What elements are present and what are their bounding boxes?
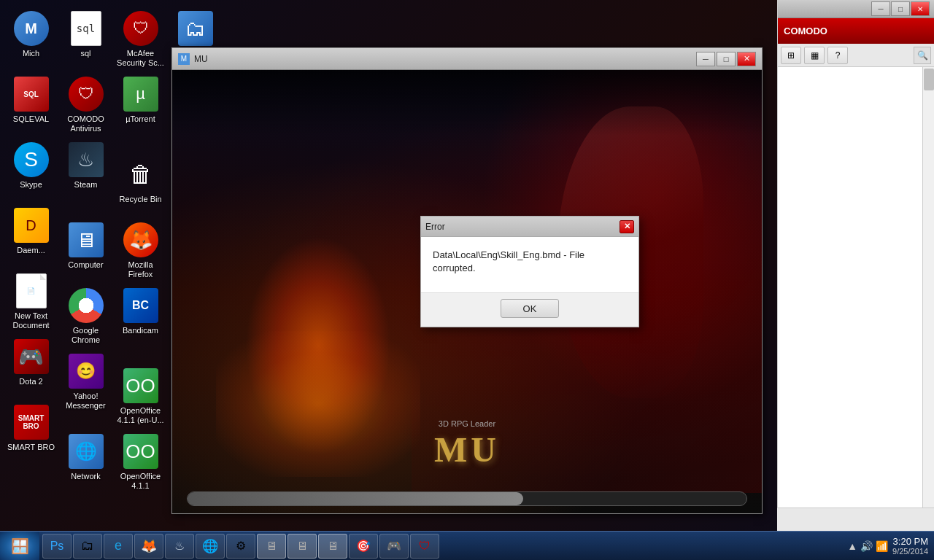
- taskbar-item-explorer[interactable]: 🗂: [73, 534, 102, 559]
- ok-button[interactable]: OK: [501, 299, 559, 318]
- comodo-close-button[interactable]: ✕: [911, 1, 930, 16]
- taskbar-item-comodo[interactable]: 🛡: [410, 534, 439, 559]
- desktop-icon-recycle[interactable]: 🗑 Recycle Bin: [113, 153, 168, 219]
- comodo-scroll-thumb[interactable]: [924, 69, 934, 90]
- error-message: Data\Local\Eng\Skill_Eng.bmd - File corr…: [433, 249, 627, 275]
- tray-clock[interactable]: 3:20 PM 9/25/2014: [892, 536, 928, 556]
- desktop: M Mich SQL SQLEVAL S Skype D Daem... 📄 N…: [0, 0, 934, 560]
- error-titlebar: Error ✕: [421, 217, 638, 237]
- desktop-icon-computer[interactable]: 🖥 Computer: [58, 219, 113, 284]
- comodo-scrollbar[interactable]: [922, 67, 934, 508]
- tray-date: 9/25/2014: [892, 547, 928, 556]
- comodo-view-button[interactable]: ▦: [804, 47, 825, 64]
- taskbar: 🪟 Ps 🗂 e 🦊 ♨ 🌐 ⚙: [0, 531, 934, 560]
- error-dialog: Error ✕ Data\Local\Eng\Skill_Eng.bmd - F…: [420, 216, 639, 327]
- fire-glow: [216, 331, 420, 477]
- desktop-icon-bandicam[interactable]: BC Bandicam: [113, 284, 168, 350]
- taskbar-items: Ps 🗂 e 🦊 ♨ 🌐 ⚙ 🖥 🖥: [39, 532, 841, 560]
- desktop-icon-smartbro[interactable]: SMARTBRO SMART BRO: [4, 401, 58, 467]
- comodo-content-area: [778, 67, 934, 508]
- desktop-icon-firefox[interactable]: 🦊 Mozilla Firefox: [113, 219, 168, 284]
- desktop-icon-newtext[interactable]: 📄 New Text Document: [4, 270, 58, 335]
- tray-icon-speaker[interactable]: 🔊: [860, 540, 873, 552]
- comodo-window-controls: ─ □ ✕: [871, 1, 930, 16]
- tray-icons: ▲ 🔊 📶: [847, 540, 888, 552]
- taskbar-item-firefox[interactable]: 🦊: [134, 534, 163, 559]
- desktop-icon-comodo-antivirus[interactable]: 🛡 COMODO Antivirus: [58, 73, 113, 139]
- mu-maximize-button[interactable]: □: [717, 52, 736, 66]
- desktop-icon-network[interactable]: 🌐 Network: [58, 430, 113, 496]
- mu-progress-fill: [188, 492, 523, 505]
- mu-window-controls: ─ □ ✕: [696, 52, 756, 66]
- taskbar-item-photoshop[interactable]: Ps: [42, 534, 72, 559]
- mu-close-button[interactable]: ✕: [737, 52, 756, 66]
- error-buttons-area: OK: [421, 292, 638, 327]
- tray-icon-arrow[interactable]: ▲: [847, 540, 857, 552]
- desktop-icon-utorrent[interactable]: µ µTorrent: [113, 73, 168, 139]
- comodo-minimize-button[interactable]: ─: [871, 1, 890, 16]
- mu-minimize-button[interactable]: ─: [696, 52, 715, 66]
- taskbar-item-game2[interactable]: 🎯: [349, 534, 378, 559]
- mu-topbar-overlay: [172, 70, 762, 136]
- desktop-icon-chrome[interactable]: Google Chrome: [58, 284, 113, 350]
- desktop-icon-steam[interactable]: ♨ Steam: [58, 139, 113, 204]
- comodo-help-button[interactable]: ?: [827, 47, 848, 64]
- comodo-window-titlebar: ─ □ ✕: [778, 0, 934, 18]
- desktop-icon-skype[interactable]: S Skype: [4, 139, 58, 204]
- desktop-icon-ooo1[interactable]: OO OpenOffice 4.1.1 (en-U...: [113, 365, 168, 430]
- desktop-icon-sqleval[interactable]: SQL SQLEVAL: [4, 73, 58, 139]
- tray-time: 3:20 PM: [892, 536, 928, 547]
- comodo-maximize-button[interactable]: □: [891, 1, 910, 16]
- comodo-search-icon[interactable]: 🔍: [914, 47, 931, 64]
- desktop-icon-ooo2[interactable]: OO OpenOffice 4.1.1: [113, 430, 168, 496]
- mu-titlebar: M MU ─ □ ✕: [172, 48, 762, 70]
- mu-window-title: MU: [194, 54, 696, 64]
- desktop-icons-area: M Mich SQL SQLEVAL S Skype D Daem... 📄 N…: [0, 0, 168, 532]
- system-tray: ▲ 🔊 📶 3:20 PM 9/25/2014: [841, 532, 934, 560]
- desktop-icon-sql[interactable]: sql sql: [58, 7, 113, 73]
- mu-window-icon: M: [178, 53, 190, 65]
- comodo-toolbar: ⊞ ▦ ? 🔍: [778, 44, 934, 67]
- error-title: Error: [425, 222, 620, 232]
- comodo-brand-title: COMODO: [784, 26, 827, 36]
- tray-icon-network[interactable]: 📶: [876, 540, 888, 552]
- taskbar-item-window3[interactable]: 🖥: [318, 534, 347, 559]
- comodo-search-area: 🔍: [851, 47, 931, 64]
- taskbar-item-steam[interactable]: ♨: [165, 534, 194, 559]
- mu-progressbar: [187, 491, 747, 506]
- comodo-statusbar: [777, 508, 934, 531]
- taskbar-item-game3[interactable]: 🎮: [379, 534, 409, 559]
- comodo-panel: ─ □ ✕ COMODO ⊞ ▦ ? 🔍: [777, 0, 934, 560]
- desktop-icon-mich[interactable]: M Mich: [4, 7, 58, 73]
- mu-game-content: 3D RPG Leader MU Error ✕ Data\Local\Eng\…: [172, 70, 762, 513]
- error-close-button[interactable]: ✕: [620, 220, 634, 233]
- comodo-brand-header: COMODO: [778, 18, 934, 44]
- mu-logo: MU: [434, 429, 500, 470]
- desktop-icon-daemon[interactable]: D Daem...: [4, 204, 58, 270]
- mu-game-window: M MU ─ □ ✕ 3D RPG Leader MU: [171, 47, 763, 514]
- taskbar-item-chrome[interactable]: 🌐: [196, 534, 225, 559]
- desktop-icon-yahoo[interactable]: 😊 Yahoo! Messenger: [58, 350, 113, 416]
- mu-logo-area: 3D RPG Leader MU: [434, 419, 500, 470]
- taskbar-item-ie[interactable]: e: [104, 534, 133, 559]
- taskbar-item-game1[interactable]: ⚙: [226, 534, 255, 559]
- taskbar-item-window1[interactable]: 🖥: [257, 534, 286, 559]
- taskbar-item-window2[interactable]: 🖥: [287, 534, 317, 559]
- mu-logo-subtitle: 3D RPG Leader: [434, 419, 500, 428]
- start-button[interactable]: 🪟: [0, 532, 39, 561]
- error-body: Data\Local\Eng\Skill_Eng.bmd - File corr…: [421, 237, 638, 292]
- comodo-grid-button[interactable]: ⊞: [781, 47, 801, 64]
- desktop-icon-dota2[interactable]: 🎮 Dota 2: [4, 335, 58, 401]
- desktop-icon-mcafee[interactable]: 🛡 McAfee Security Sc...: [113, 7, 168, 73]
